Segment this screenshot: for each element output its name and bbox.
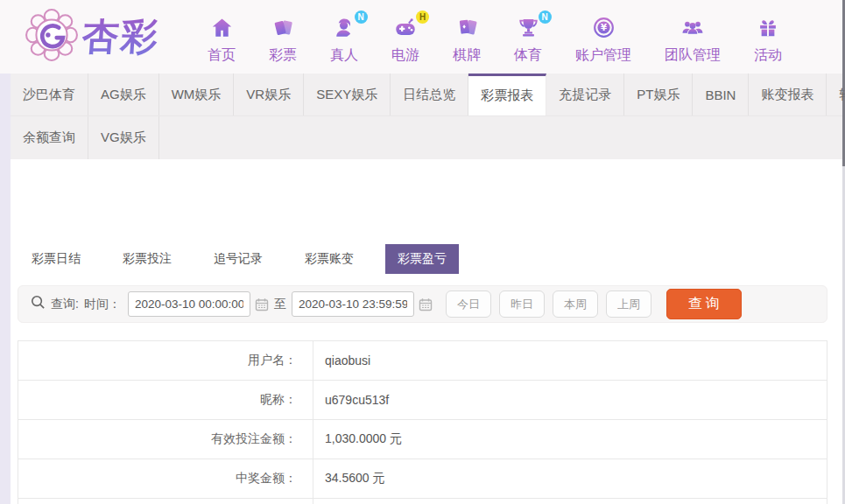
gamepad-icon (393, 16, 418, 43)
table-row-valid-bet-amount: 有效投注金额： 1,030.0000 元 (18, 420, 827, 459)
nav-label: 体育 (514, 46, 542, 65)
to-label: 至 (274, 297, 286, 312)
search-icon (31, 295, 46, 313)
page: 杏彩 首页 彩票 (0, 0, 845, 504)
calendar-icon[interactable] (419, 298, 433, 312)
nav-label: 账户管理 (575, 46, 631, 65)
nav-label: 电游 (391, 46, 419, 65)
nav-label: 团队管理 (665, 46, 721, 65)
brand-logo[interactable]: 杏彩 (25, 8, 159, 66)
nav-label: 真人 (330, 46, 358, 65)
tab-pt[interactable]: PT娱乐 (624, 74, 693, 116)
yesterday-button[interactable]: 昨日 (499, 290, 545, 318)
end-datetime-input[interactable] (292, 291, 414, 317)
calendar-icon[interactable] (255, 298, 269, 312)
nav-label: 彩票 (269, 46, 297, 65)
row-value: 0.0000 元 (313, 499, 827, 504)
tab-bbin[interactable]: BBIN (693, 74, 749, 116)
time-label: 时间： (84, 297, 121, 312)
search-bar: 查询: 时间： 至 今日 昨日 本周 上周 查 询 (18, 285, 827, 323)
nav-item-sports[interactable]: N 体育 (497, 15, 559, 65)
new-badge: N (539, 10, 552, 24)
svg-text:¥: ¥ (600, 23, 606, 32)
cards-icon (455, 16, 479, 43)
lottery-ticket-icon (271, 16, 295, 43)
nav-label: 棋牌 (453, 46, 481, 65)
tab-ag[interactable]: AG娱乐 (88, 74, 159, 116)
tab-daily-summary[interactable]: 日结总览 (391, 74, 468, 116)
tab-vg[interactable]: VG娱乐 (88, 116, 159, 159)
search-prefix-label: 查询: (51, 297, 79, 312)
row-value: 1,030.0000 元 (313, 420, 827, 458)
account-coin-icon: ¥ (592, 16, 616, 43)
profit-loss-report-table: 用户名： qiaobusi 昵称： u679cu513f 有效投注金额： 1,0… (18, 340, 827, 504)
today-button[interactable]: 今日 (446, 290, 491, 318)
report-tab-strip: 沙巴体育 AG娱乐 WM娱乐 VR娱乐 SEXY娱乐 日结总览 彩票报表 充提记… (11, 74, 842, 159)
tab-deposit-withdraw[interactable]: 充提记录 (546, 74, 624, 116)
table-row-rebate-amount: 返点金额： 0.0000 元 (18, 499, 827, 504)
nav-item-lottery[interactable]: 彩票 (252, 15, 313, 65)
nav-item-live[interactable]: N 真人 (313, 15, 375, 65)
gift-icon (757, 16, 779, 43)
tab-row-1: 沙巴体育 AG娱乐 WM娱乐 VR娱乐 SEXY娱乐 日结总览 彩票报表 充提记… (11, 74, 842, 116)
row-label: 中奖金额： (18, 459, 313, 498)
query-button[interactable]: 查 询 (666, 289, 742, 319)
subtab-lottery-profit-loss[interactable]: 彩票盈亏 (385, 244, 459, 274)
table-row-username: 用户名： qiaobusi (18, 341, 827, 381)
table-row-nickname: 昵称： u679cu513f (18, 381, 827, 420)
table-row-winning-amount: 中奖金额： 34.5600 元 (18, 459, 827, 499)
nav-item-team-management[interactable]: 团队管理 (648, 15, 737, 65)
row-value: qiaobusi (313, 341, 827, 380)
nav-label: 活动 (754, 46, 782, 65)
tab-transfer-report[interactable]: 转账报表 (827, 74, 845, 116)
nav-label: 首页 (208, 46, 236, 65)
row-value: 34.5600 元 (313, 459, 827, 498)
row-label: 昵称： (18, 381, 313, 419)
this-week-button[interactable]: 本周 (553, 290, 598, 318)
team-icon (680, 16, 705, 43)
start-datetime-input[interactable] (128, 291, 250, 317)
hot-badge: H (416, 10, 429, 24)
page-left-margin (0, 74, 11, 504)
row-value: u679cu513f (313, 381, 827, 419)
main-nav: 首页 彩票 N (191, 15, 799, 65)
tab-sexy[interactable]: SEXY娱乐 (304, 74, 391, 116)
last-week-button[interactable]: 上周 (606, 290, 651, 318)
trophy-icon (517, 16, 540, 43)
tab-account-change-report[interactable]: 账变报表 (749, 74, 827, 116)
subtab-chase-records[interactable]: 追号记录 (203, 244, 273, 274)
brand-name: 杏彩 (81, 12, 161, 61)
row-label: 返点金额： (18, 499, 313, 504)
nav-item-home[interactable]: 首页 (191, 15, 252, 65)
subtab-lottery-account-change[interactable]: 彩票账变 (294, 244, 364, 274)
tab-balance-query[interactable]: 余额查询 (11, 116, 88, 159)
tab-wm[interactable]: WM娱乐 (159, 74, 235, 116)
tab-shaba-sports[interactable]: 沙巴体育 (11, 74, 88, 116)
live-person-icon (333, 16, 356, 43)
nav-item-egames[interactable]: H 电游 (375, 15, 436, 65)
new-badge: N (355, 10, 368, 24)
home-icon (210, 16, 234, 43)
row-label: 有效投注金额： (18, 420, 313, 458)
row-label: 用户名： (18, 341, 313, 380)
subtab-lottery-daily[interactable]: 彩票日结 (21, 244, 91, 274)
top-header: 杏彩 首页 彩票 (0, 0, 845, 74)
tab-lottery-report[interactable]: 彩票报表 (468, 74, 546, 116)
subtab-lottery-bets[interactable]: 彩票投注 (112, 244, 182, 274)
nav-item-promotions[interactable]: 活动 (737, 15, 799, 65)
tab-row-2: 余额查询 VG娱乐 (11, 116, 842, 159)
flower-logo-icon (25, 8, 79, 66)
nav-item-account-management[interactable]: ¥ 账户管理 (559, 15, 648, 65)
nav-item-cards[interactable]: 棋牌 (436, 15, 497, 65)
tab-vr[interactable]: VR娱乐 (234, 74, 304, 116)
lottery-sub-tabs: 彩票日结 彩票投注 追号记录 彩票账变 彩票盈亏 (21, 244, 845, 273)
